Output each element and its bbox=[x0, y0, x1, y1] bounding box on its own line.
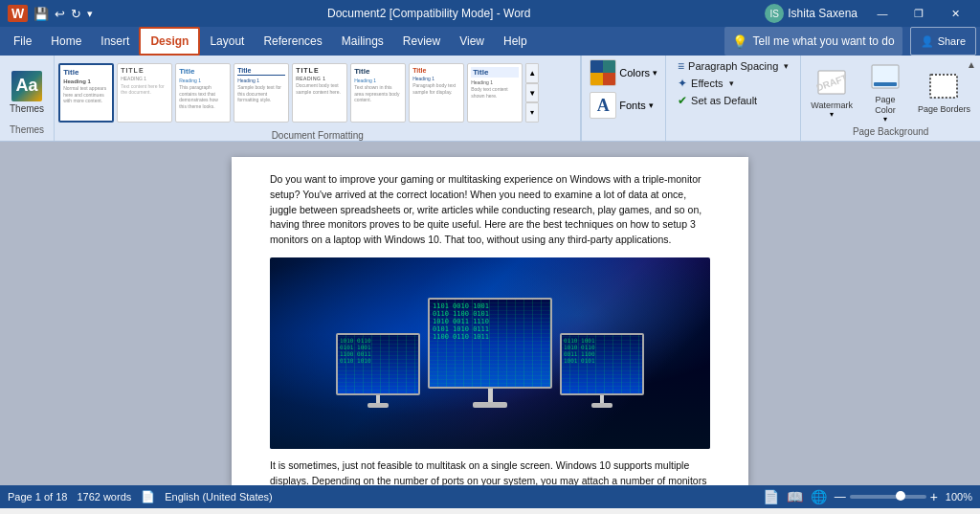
document-page: Do you want to improve your gaming or mu… bbox=[232, 157, 748, 485]
paragraph-spacing-button[interactable]: ≡ Paragraph Spacing ▾ bbox=[674, 57, 792, 75]
monitor-screen-center: 1101 0010 10010110 1100 01011010 0011 11… bbox=[428, 298, 552, 389]
document-title: Document2 [Compatibility Mode] - Word bbox=[93, 7, 765, 20]
monitor-right: 0110 10011010 01100011 11001001 0101 bbox=[560, 333, 644, 408]
ribbon-group-themes: Aa Themes Themes bbox=[0, 56, 55, 141]
page-color-button[interactable]: Page Color ▾ bbox=[862, 57, 908, 125]
monitor-stand-base-left bbox=[368, 403, 389, 408]
themes-group-label: Themes bbox=[6, 124, 48, 137]
check-icon: ✔ bbox=[678, 94, 687, 107]
menu-references[interactable]: References bbox=[254, 27, 331, 56]
user-area: IS Ishita Saxena bbox=[765, 4, 858, 23]
share-button[interactable]: 👤 Share bbox=[910, 27, 976, 56]
minimize-button[interactable]: — bbox=[865, 0, 900, 27]
set-as-default-label: Set as Default bbox=[691, 95, 757, 106]
page-borders-label: Page Borders bbox=[918, 104, 970, 114]
document-area: Do you want to improve your gaming or mu… bbox=[0, 142, 980, 485]
ribbon-group-page-background: DRAFT Watermark ▾ Page Color bbox=[801, 56, 980, 141]
page-background-buttons: DRAFT Watermark ▾ Page Color bbox=[805, 57, 976, 125]
doc-format-group-label: Document Formatting bbox=[58, 130, 576, 141]
doc-format-nav: ▲ ▼ ▾ bbox=[525, 63, 539, 123]
doc-format-thumb-3[interactable]: Title Reading 1 This paragraph contains … bbox=[175, 63, 231, 123]
menu-insert[interactable]: Insert bbox=[91, 27, 139, 56]
quick-access-redo[interactable]: ↻ bbox=[71, 7, 81, 21]
menu-design[interactable]: Design bbox=[139, 27, 200, 56]
ribbon: Aa Themes Themes Title Heading 1 Normal … bbox=[0, 56, 980, 142]
swatch-q1 bbox=[590, 60, 603, 73]
title-bar-left: W 💾 ↩ ↻ ▾ bbox=[8, 5, 93, 22]
watermark-button[interactable]: DRAFT Watermark ▾ bbox=[805, 63, 858, 121]
paragraph-spacing-arrow: ▾ bbox=[784, 61, 789, 71]
search-placeholder: Tell me what you want to do bbox=[753, 34, 895, 48]
watermark-icon: DRAFT bbox=[814, 65, 849, 100]
title-bar-right: IS Ishita Saxena — ❐ ✕ bbox=[765, 0, 972, 27]
colors-swatch bbox=[590, 59, 616, 86]
fonts-arrow: ▾ bbox=[649, 101, 654, 110]
swatch-q3 bbox=[590, 73, 603, 85]
doc-format-thumb-2[interactable]: TITLE HEADING 1 Text content here for th… bbox=[117, 63, 172, 123]
monitor-stand-base-right bbox=[591, 403, 612, 408]
quick-access-undo[interactable]: ↩ bbox=[55, 7, 65, 21]
doc-format-thumb-1[interactable]: Title Heading 1 Normal text appears here… bbox=[58, 63, 114, 123]
doc-format-thumb-7[interactable]: Title Heading 1 Paragraph body text samp… bbox=[409, 63, 464, 123]
colors-button[interactable]: Colors ▾ bbox=[586, 57, 661, 88]
window-controls: — ❐ ✕ bbox=[865, 0, 972, 27]
close-button[interactable]: ✕ bbox=[938, 0, 972, 27]
doc-format-scroll-down[interactable]: ▼ bbox=[525, 83, 539, 103]
swatch-q2 bbox=[603, 60, 615, 73]
zoom-slider: — + bbox=[835, 489, 938, 504]
zoom-track[interactable] bbox=[850, 495, 926, 499]
page-color-label: Page bbox=[875, 95, 895, 104]
word-icon: W bbox=[8, 5, 28, 22]
fonts-icon: A bbox=[590, 92, 616, 119]
quick-access-save[interactable]: 💾 bbox=[33, 7, 49, 21]
menu-review[interactable]: Review bbox=[393, 27, 450, 56]
doc-format-thumb-8[interactable]: Title Heading 1 Body text content shown … bbox=[467, 63, 523, 123]
monitor-left: 1010 01100101 10011100 00110110 1010 bbox=[336, 333, 420, 408]
svg-rect-3 bbox=[874, 82, 897, 86]
zoom-in-button[interactable]: + bbox=[930, 489, 938, 504]
view-read-icon[interactable]: 📖 bbox=[787, 489, 803, 504]
ribbon-groups-row: Aa Themes Themes Title Heading 1 Normal … bbox=[0, 56, 980, 142]
document-paragraph-2: It is sometimes, just not feasible to mu… bbox=[270, 458, 710, 485]
paragraph-spacing-icon: ≡ bbox=[678, 59, 684, 73]
colors-arrow: ▾ bbox=[653, 68, 657, 78]
zoom-thumb[interactable] bbox=[896, 491, 905, 501]
menu-home[interactable]: Home bbox=[41, 27, 91, 56]
effects-button[interactable]: ✦ Effects ▾ bbox=[674, 75, 792, 92]
menu-search[interactable]: 💡 Tell me what you want to do bbox=[724, 27, 902, 56]
colors-label: Colors bbox=[619, 67, 650, 78]
zoom-out-button[interactable]: — bbox=[835, 490, 846, 503]
ribbon-collapse-button[interactable]: ▲ bbox=[967, 59, 976, 70]
menu-mailings[interactable]: Mailings bbox=[332, 27, 393, 56]
fonts-button[interactable]: A Fonts ▾ bbox=[586, 90, 657, 121]
restore-button[interactable]: ❐ bbox=[902, 0, 936, 27]
lightbulb-icon: 💡 bbox=[732, 34, 747, 49]
page-borders-button[interactable]: Page Borders bbox=[912, 67, 976, 116]
swatch-q4 bbox=[603, 73, 615, 85]
language: English (United States) bbox=[165, 491, 273, 503]
page-borders-icon bbox=[926, 69, 961, 103]
zoom-percent: 100% bbox=[946, 491, 972, 503]
page-color-arrow: ▾ bbox=[883, 115, 887, 123]
doc-format-scroll-more[interactable]: ▾ bbox=[525, 102, 539, 123]
paragraph-spacing-label: Paragraph Spacing bbox=[688, 60, 778, 72]
page-color-icon bbox=[868, 59, 902, 94]
menu-view[interactable]: View bbox=[450, 27, 494, 56]
view-normal-icon[interactable]: 📄 bbox=[763, 489, 779, 504]
themes-label: Themes bbox=[10, 103, 44, 114]
menu-layout[interactable]: Layout bbox=[200, 27, 254, 56]
view-web-icon[interactable]: 🌐 bbox=[811, 489, 827, 504]
doc-format-thumb-5[interactable]: TITLE READING 1 Document body text sampl… bbox=[292, 63, 347, 123]
menu-help[interactable]: Help bbox=[494, 27, 537, 56]
user-name: Ishita Saxena bbox=[788, 7, 858, 20]
fonts-label: Fonts bbox=[619, 100, 646, 111]
menu-file[interactable]: File bbox=[4, 27, 41, 56]
doc-format-thumb-4[interactable]: Title Heading 1 Sample body text for thi… bbox=[234, 63, 289, 123]
monitor-center: 1101 0010 10010110 1100 01011010 0011 11… bbox=[428, 298, 552, 408]
doc-format-scroll-up[interactable]: ▲ bbox=[525, 63, 539, 83]
themes-button[interactable]: Aa Themes bbox=[6, 69, 48, 116]
doc-format-thumb-6[interactable]: Title Heading 1 Text shown in this area … bbox=[350, 63, 406, 123]
set-as-default-button[interactable]: ✔ Set as Default bbox=[674, 92, 792, 109]
watermark-label: Watermark bbox=[811, 101, 853, 110]
ribbon-group-colors-fonts: Colors ▾ A Fonts ▾ bbox=[581, 56, 666, 141]
